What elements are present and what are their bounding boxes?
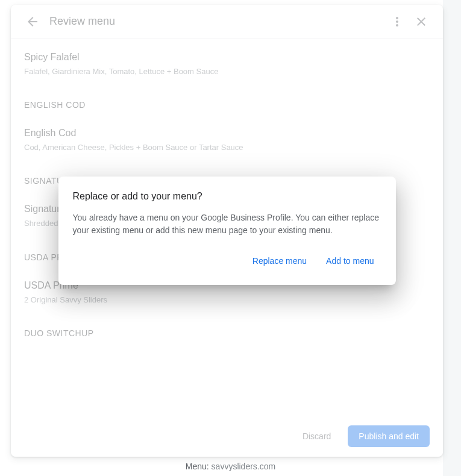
bottom-label: Menu: — [186, 462, 209, 471]
dialog-title: Replace or add to your menu? — [73, 191, 381, 202]
replace-menu-button[interactable]: Replace menu — [245, 251, 314, 271]
add-to-menu-button[interactable]: Add to menu — [319, 251, 381, 271]
dialog-body: You already have a menu on your Google B… — [73, 211, 381, 237]
dialog-scrim: Replace or add to your menu? You already… — [11, 5, 443, 457]
bottom-value: savvysliders.com — [212, 462, 276, 471]
review-menu-panel: Review menu Spicy Falafel Falafel, Giard… — [11, 5, 443, 457]
dialog-actions: Replace menu Add to menu — [73, 251, 381, 271]
bottom-caption: Menu: savvysliders.com — [0, 462, 461, 471]
right-edge-strip — [443, 0, 461, 476]
replace-dialog: Replace or add to your menu? You already… — [58, 177, 396, 285]
